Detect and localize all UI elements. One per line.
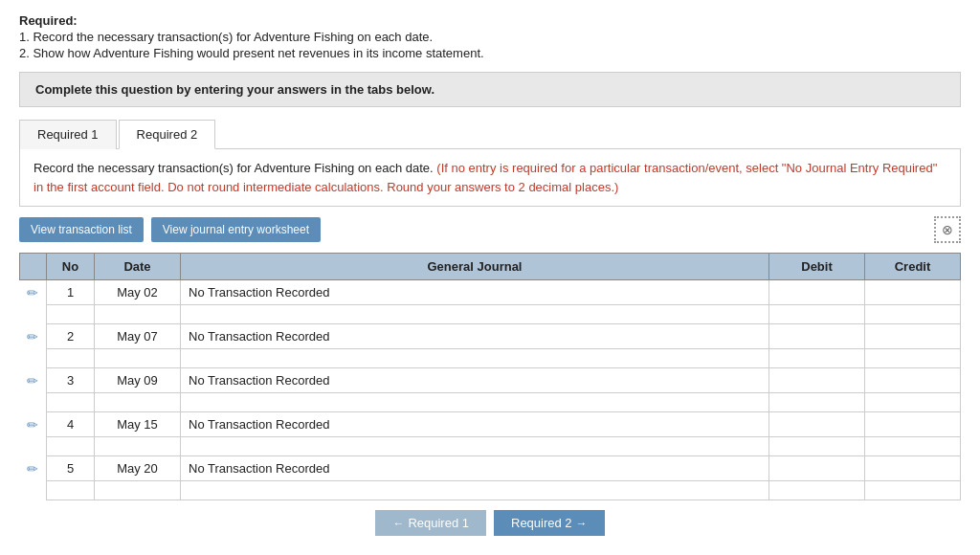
spacer-row [20, 305, 961, 324]
journal-cell[interactable]: No Transaction Recorded [181, 324, 769, 349]
instruction-note: Record the necessary transaction(s) for … [19, 149, 961, 207]
date-cell: May 09 [95, 368, 181, 393]
edit-icon[interactable]: ✏ [27, 373, 38, 388]
edit-icon[interactable]: ✏ [27, 329, 38, 344]
prev-button[interactable]: ← Required 1 [375, 510, 486, 536]
credit-cell[interactable] [865, 280, 961, 305]
credit-cell[interactable] [865, 412, 961, 437]
credit-cell[interactable] [865, 324, 961, 349]
journal-cell[interactable]: No Transaction Recorded [181, 456, 769, 481]
tab-required2[interactable]: Required 2 [119, 120, 216, 149]
edit-cell: ✏ [20, 280, 47, 305]
edit-cell: ✏ [20, 324, 47, 349]
journal-cell[interactable]: No Transaction Recorded [181, 412, 769, 437]
col-header-credit: Credit [865, 254, 961, 280]
journal-table: No Date General Journal Debit Credit ✏1M… [19, 253, 961, 500]
instructions-section: Required: 1. Record the necessary transa… [19, 13, 961, 60]
date-cell: May 15 [95, 412, 181, 437]
spacer-row [20, 393, 961, 412]
no-cell: 5 [47, 456, 95, 481]
next-button[interactable]: Required 2 → [494, 510, 605, 536]
spacer-row [20, 437, 961, 456]
debit-cell[interactable] [769, 368, 865, 393]
table-row: ✏2May 07No Transaction Recorded [20, 324, 961, 349]
bottom-nav: ← Required 1 Required 2 → [19, 500, 961, 542]
debit-cell[interactable] [769, 324, 865, 349]
table-row: ✏4May 15No Transaction Recorded [20, 412, 961, 437]
debit-cell[interactable] [769, 456, 865, 481]
page-wrapper: Required: 1. Record the necessary transa… [0, 0, 980, 555]
col-header-date: Date [95, 254, 181, 280]
edit-icon[interactable]: ✏ [27, 417, 38, 433]
edit-cell: ✏ [20, 368, 47, 393]
view-transaction-list-button[interactable]: View transaction list [19, 217, 144, 242]
col-header-general-journal: General Journal [181, 254, 769, 280]
spacer-row [20, 349, 961, 368]
instruction-line2: 2. Show how Adventure Fishing would pres… [19, 46, 961, 60]
col-header-no: No [47, 254, 95, 280]
debit-cell[interactable] [769, 280, 865, 305]
debit-cell[interactable] [769, 412, 865, 437]
required-label: Required: [19, 13, 78, 28]
no-cell: 3 [47, 368, 95, 393]
journal-cell[interactable]: No Transaction Recorded [181, 280, 769, 305]
edit-icon[interactable]: ✏ [27, 461, 38, 477]
col-header-debit: Debit [769, 254, 865, 280]
col-header-edit [20, 254, 47, 280]
view-journal-entry-worksheet-button[interactable]: View journal entry worksheet [151, 217, 321, 242]
credit-cell[interactable] [865, 456, 961, 481]
instruction-line1: 1. Record the necessary transaction(s) f… [19, 30, 961, 44]
table-row: ✏1May 02No Transaction Recorded [20, 280, 961, 305]
date-cell: May 20 [95, 456, 181, 481]
tabs-row: Required 1 Required 2 [19, 119, 961, 149]
info-box: Complete this question by entering your … [19, 72, 961, 107]
no-cell: 1 [47, 280, 95, 305]
toolbar: View transaction list View journal entry… [19, 216, 961, 243]
date-cell: May 02 [95, 280, 181, 305]
table-row: ✏5May 20No Transaction Recorded [20, 456, 961, 481]
no-cell: 2 [47, 324, 95, 349]
no-cell: 4 [47, 412, 95, 437]
table-row: ✏3May 09No Transaction Recorded [20, 368, 961, 393]
next-button-label: Required 2 [511, 516, 572, 530]
edit-cell: ✏ [20, 456, 47, 481]
date-cell: May 07 [95, 324, 181, 349]
instruction-note-main: Record the necessary transaction(s) for … [33, 161, 434, 175]
edit-cell: ✏ [20, 412, 47, 437]
info-box-text: Complete this question by entering your … [35, 82, 434, 97]
edit-icon[interactable]: ✏ [27, 285, 38, 300]
expand-icon[interactable]: ⊗ [934, 216, 961, 243]
tab-required1[interactable]: Required 1 [19, 120, 117, 149]
prev-button-label: Required 1 [408, 516, 469, 530]
journal-cell[interactable]: No Transaction Recorded [181, 368, 769, 393]
credit-cell[interactable] [865, 368, 961, 393]
spacer-row [20, 481, 961, 500]
